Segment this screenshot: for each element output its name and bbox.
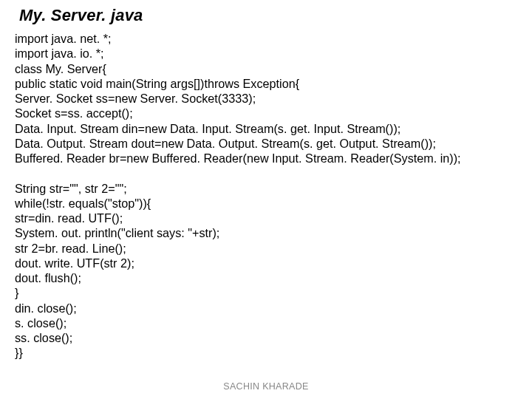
slide: My. Server. java import java. net. *; im… <box>0 0 532 399</box>
code-block: import java. net. *; import java. io. *;… <box>15 31 517 361</box>
footer-author: SACHIN KHARADE <box>0 381 532 392</box>
page-title: My. Server. java <box>15 6 517 25</box>
